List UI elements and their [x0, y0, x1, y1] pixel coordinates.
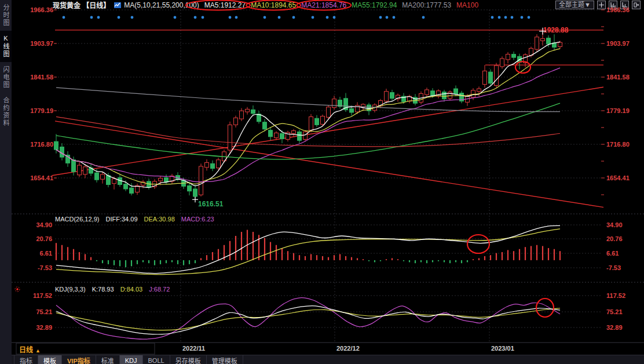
scale-left-icon[interactable]	[609, 1, 617, 9]
svg-text:1654.41: 1654.41	[606, 174, 630, 181]
svg-text:1654.41: 1654.41	[30, 174, 53, 181]
period-selector[interactable]: 日线▲	[19, 344, 41, 354]
macd-dea-value: DEA:30.98	[144, 216, 175, 223]
kdj-params: KDJ(9,3,3)	[55, 286, 86, 293]
svg-text:1716.80: 1716.80	[606, 141, 630, 148]
kline-mini-icon	[114, 2, 121, 9]
tab-boll[interactable]: BOLL	[143, 355, 170, 364]
svg-text:1841.58: 1841.58	[606, 74, 630, 81]
svg-text:1716.80: 1716.80	[30, 141, 53, 148]
svg-text:1616.51: 1616.51	[198, 200, 224, 208]
macd-macd-value: MACD:6.23	[181, 216, 214, 223]
indicator-tabbar: 指标 模板 VIP指标 标准 KDJ BOLL 另存模板 管理模板	[12, 355, 644, 364]
svg-text:20.76: 20.76	[606, 235, 623, 242]
svg-text:1928.88: 1928.88	[543, 26, 569, 34]
ma21-value: MA21:1854.76	[301, 1, 346, 9]
sidebar-item-contract-info[interactable]: 合约资料	[0, 93, 12, 131]
kdj-d-value: D:84.03	[120, 286, 143, 293]
tab-vip-indicator[interactable]: VIP指标	[62, 355, 96, 364]
svg-text:1779.19: 1779.19	[606, 107, 630, 114]
ma10-value: MA10:1894.65	[251, 1, 296, 9]
tab-indicator[interactable]: 指标	[14, 355, 38, 364]
svg-text:34.90: 34.90	[606, 221, 623, 228]
ma55-value: MA55:1792.94	[352, 1, 397, 9]
svg-text:1779.19: 1779.19	[30, 107, 53, 114]
macd-params: MACD(26,12,9)	[55, 216, 99, 223]
scale-right-icon[interactable]	[620, 1, 629, 9]
ma-settings-label: MA(5,10,21,55,200,100)	[124, 1, 199, 9]
svg-text:6.61: 6.61	[40, 250, 52, 257]
macd-diff-value: DIFF:34.09	[105, 216, 137, 223]
period-label: 日线	[19, 346, 33, 354]
xaxis-bar: 日线▲	[12, 343, 644, 355]
tab-template[interactable]: 模板	[38, 355, 62, 364]
header-controls: 全部主题▼	[555, 1, 641, 9]
svg-text:1841.58: 1841.58	[30, 74, 53, 81]
theme-dropdown[interactable]: 全部主题▼	[555, 1, 594, 9]
tab-standard[interactable]: 标准	[96, 355, 120, 364]
svg-text:20.76: 20.76	[36, 235, 52, 242]
ma200-value: MA200:1777.53	[402, 1, 451, 9]
ma100-value: MA100	[456, 1, 478, 9]
kdj-k-value: K:78.93	[92, 286, 114, 293]
svg-text:117.52: 117.52	[33, 292, 52, 299]
svg-text:32.89: 32.89	[36, 324, 52, 331]
chart-type-sidebar: 分时图 K线图 闪电图 合约资料	[0, 0, 12, 364]
svg-text:117.52: 117.52	[606, 292, 625, 299]
kdj-panel-header: KDJ(9,3,3) K:78.93 D:84.03 J:68.72	[55, 286, 174, 293]
chart-canvas[interactable]: 1966.361966.361903.971903.971841.581841.…	[0, 0, 644, 364]
tab-manage-template[interactable]: 管理模板	[207, 355, 243, 364]
instrument-title: 现货黄金 【日线】	[53, 0, 110, 10]
ma5-value: MA5:1912.27	[204, 1, 246, 9]
tab-kdj[interactable]: KDJ	[120, 355, 143, 364]
svg-text:6.61: 6.61	[606, 250, 619, 257]
tab-save-template[interactable]: 另存模板	[170, 355, 207, 364]
sidebar-item-timeshare[interactable]: 分时图	[0, 0, 12, 31]
svg-text:75.21: 75.21	[36, 308, 52, 315]
svg-text:75.21: 75.21	[606, 308, 623, 315]
chart-header: 现货黄金 【日线】 MA(5,10,21,55,200,100) MA5:191…	[12, 0, 644, 10]
svg-text:34.90: 34.90	[36, 221, 52, 228]
sidebar-item-lightning[interactable]: 闪电图	[0, 62, 12, 93]
svg-text:1903.97: 1903.97	[30, 40, 53, 47]
svg-text:-7.53: -7.53	[38, 264, 52, 271]
kdj-j-value: J:68.72	[149, 286, 170, 293]
macd-panel-header: MACD(26,12,9) DIFF:34.09 DEA:30.98 MACD:…	[55, 216, 219, 223]
trading-terminal-window: 分时图 K线图 闪电图 合约资料 现货黄金 【日线】 MA(5,10,21,55…	[0, 0, 644, 364]
sidebar-item-kline[interactable]: K线图	[0, 31, 12, 62]
svg-text:1903.97: 1903.97	[606, 40, 630, 47]
svg-text:32.89: 32.89	[606, 324, 623, 331]
svg-text:-7.53: -7.53	[606, 264, 621, 271]
chevron-up-icon: ▲	[35, 348, 41, 354]
move-icon[interactable]	[597, 1, 606, 9]
exit-icon[interactable]	[632, 1, 641, 9]
